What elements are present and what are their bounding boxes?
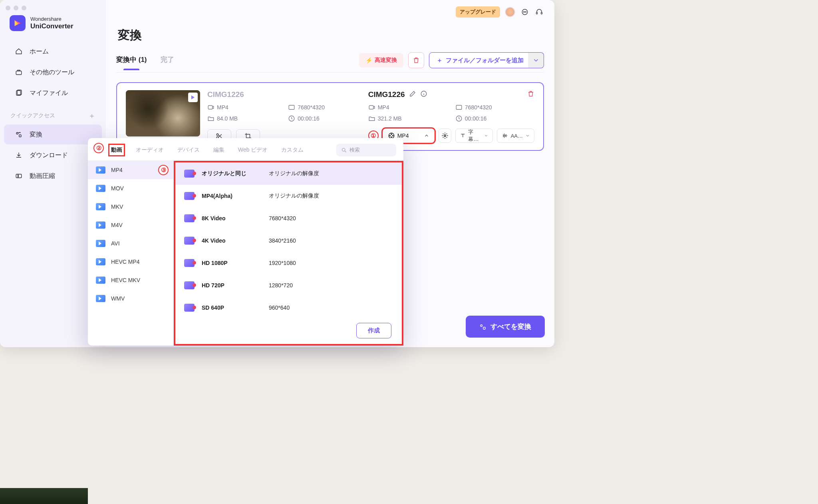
preset-icon [184,281,195,289]
window-controls[interactable] [6,6,26,10]
preset-resolution: 7680*4320 [269,215,296,221]
svg-point-8 [524,12,525,12]
popup-tab-edit[interactable]: 編集 [212,145,226,155]
info-icon[interactable] [420,90,427,99]
resolution-icon [288,104,295,111]
logo-icon [10,15,26,31]
tab-converting[interactable]: 変換中 (1) [116,55,147,70]
compress-icon [14,172,23,180]
upgrade-button[interactable]: アップグレード [456,6,500,18]
format-item-mp4[interactable]: MP4 ③ [88,161,173,179]
add-quick-access-icon[interactable]: ＋ [88,111,95,121]
svg-rect-18 [369,106,373,109]
preset-name: HD 1080P [202,260,262,266]
preset-name: SD 640P [202,304,262,311]
preset-item[interactable]: HD 720P1280*720 [175,274,402,296]
subtitle-dropdown[interactable]: 字幕… [455,128,493,143]
settings-button[interactable] [439,128,451,143]
svg-point-9 [526,12,526,12]
format-item-mkv[interactable]: MKV [88,198,173,216]
avatar[interactable] [505,7,515,17]
format-item-m4v[interactable]: M4V [88,216,173,234]
preset-icon [184,192,195,200]
page-title: 変換 [118,27,544,43]
trash-icon [527,90,534,97]
sidebar-item-download[interactable]: ダウンロード [4,145,102,165]
preset-name: オリジナルと同じ [202,170,262,177]
files-icon [14,89,23,97]
sidebar-item-home[interactable]: ホーム [4,42,102,61]
preset-item[interactable]: 4K Video3840*2160 [175,229,402,252]
output-size: 321.2 MB [378,115,402,122]
background-strip [0,488,88,504]
source-duration: 00:00:16 [298,115,320,122]
chat-icon[interactable] [520,7,530,17]
sidebar-item-label: ダウンロード [30,151,68,160]
format-label: WMV [111,295,125,302]
preset-item[interactable]: 8K Video7680*4320 [175,207,402,229]
sidebar-item-label: ホーム [30,47,49,56]
format-label: MP4 [111,167,123,173]
popup-tab-web[interactable]: Web ビデオ [236,145,269,155]
format-item-hevcmkv[interactable]: HEVC MKV [88,271,173,289]
sidebar-item-label: 動画圧縮 [30,172,55,180]
delete-all-button[interactable] [408,52,424,68]
svg-point-27 [480,324,482,326]
output-column: CIMG1226 MP4 7680*4320 321.2 MB 00:00:16… [368,90,534,143]
preset-item[interactable]: MP4(Alpha)オリジナルの解像度 [175,185,402,207]
audio-dropdown[interactable]: AA… [497,128,534,143]
format-item-hevcmp4[interactable]: HEVC MP4 [88,253,173,271]
callout-2: ② [93,143,104,153]
preset-icon [184,170,195,178]
sidebar-item-compress[interactable]: 動画圧縮 [4,166,102,186]
preset-panel: オリジナルと同じオリジナルの解像度 MP4(Alpha)オリジナルの解像度 8K… [174,161,403,346]
tab-done[interactable]: 完了 [161,55,174,70]
fast-convert-button[interactable]: ⚡ 高速変換 [359,53,403,67]
preset-name: 8K Video [202,215,262,221]
source-resolution: 7680*4320 [298,104,325,111]
svg-point-15 [216,134,218,136]
preset-item[interactable]: HD 1080P1920*1080 [175,252,402,274]
output-format: MP4 [378,104,389,111]
preset-resolution: オリジナルの解像度 [269,192,319,200]
format-item-mov[interactable]: MOV [88,179,173,198]
format-icon [96,166,105,174]
add-file-button[interactable]: ＋ ファイル／フォルダーを追加 [429,52,531,68]
folder-icon [207,115,214,122]
add-file-dropdown[interactable] [528,52,544,68]
create-preset-button[interactable]: 作成 [356,323,391,338]
support-icon[interactable] [534,7,544,17]
format-label: MOV [111,185,124,192]
edit-icon[interactable] [409,90,416,99]
preset-resolution: 3840*2160 [269,237,296,244]
product-name: UniConverter [30,22,73,30]
popup-tab-device[interactable]: デバイス [176,145,201,155]
sidebar-item-myfiles[interactable]: マイファイル [4,83,102,103]
search-placeholder: 検索 [349,146,360,154]
format-item-wmv[interactable]: WMV [88,289,173,308]
search-input[interactable]: 検索 [336,144,396,156]
sidebar-item-tools[interactable]: その他のツール [4,62,102,82]
source-format: MP4 [217,104,228,111]
preset-name: 4K Video [202,237,262,244]
bolt-icon: ⚡ [365,57,372,63]
preset-item[interactable]: SD 640P960*640 [175,296,402,319]
convert-all-button[interactable]: すべてを変換 [466,316,545,338]
format-label: HEVC MKV [111,277,140,283]
svg-point-7 [523,12,524,12]
format-label: M4V [111,222,123,228]
format-label: HEVC MP4 [111,259,140,265]
video-thumbnail[interactable] [126,90,200,136]
logo: Wondershare UniConverter [0,12,106,41]
gear-icon [441,132,449,139]
format-icon [96,258,105,265]
popup-tab-custom[interactable]: カスタム [280,145,305,155]
popup-tab-audio[interactable]: オーディオ [134,145,165,155]
source-column: CIMG1226 MP4 7680*4320 84.0 MB 00:00:16 [207,90,361,143]
output-resolution: 7680*4320 [465,104,492,111]
format-item-avi[interactable]: AVI [88,234,173,253]
sidebar-item-convert[interactable]: 変換 [4,125,102,144]
preset-item[interactable]: オリジナルと同じオリジナルの解像度 [175,162,402,185]
delete-item-button[interactable] [527,90,534,99]
popup-tab-video[interactable]: 動画 [109,145,124,155]
